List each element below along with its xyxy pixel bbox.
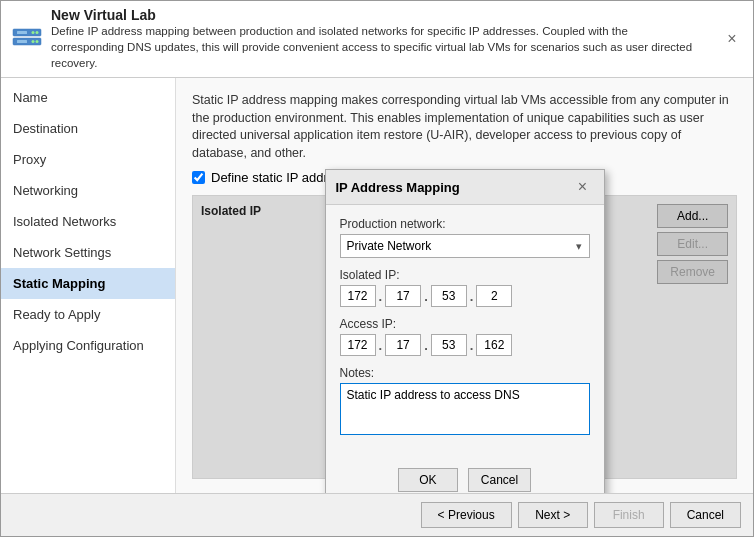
sidebar-item-static-mapping[interactable]: Static Mapping [1, 268, 175, 299]
sidebar-item-applying-configuration[interactable]: Applying Configuration [1, 330, 175, 361]
main-window: New Virtual Lab Define IP address mappin… [0, 0, 754, 537]
ip-dot-1: . [378, 289, 384, 304]
isolated-ip-row: . . . [340, 285, 590, 307]
isolated-ip-seg4[interactable] [476, 285, 512, 307]
ip-dot-5: . [423, 338, 429, 353]
finish-button[interactable]: Finish [594, 502, 664, 528]
ip-dot-6: . [469, 338, 475, 353]
production-network-label: Production network: [340, 217, 590, 231]
footer: < Previous Next > Finish Cancel [1, 493, 753, 536]
isolated-ip-seg1[interactable] [340, 285, 376, 307]
dialog-body: Production network: Private Network Isol… [326, 205, 604, 460]
production-network-field: Production network: Private Network [340, 217, 590, 258]
window-close-button[interactable]: × [721, 28, 743, 50]
access-ip-seg3[interactable] [431, 334, 467, 356]
isolated-ip-seg3[interactable] [431, 285, 467, 307]
main-content: Static IP address mapping makes correspo… [176, 78, 753, 493]
app-icon [11, 23, 43, 55]
sidebar-item-proxy[interactable]: Proxy [1, 144, 175, 175]
sidebar-item-ready-to-apply[interactable]: Ready to Apply [1, 299, 175, 330]
sidebar-item-destination[interactable]: Destination [1, 113, 175, 144]
dialog-close-button[interactable]: × [572, 176, 594, 198]
svg-point-3 [32, 31, 35, 34]
isolated-ip-label: Isolated IP: [340, 268, 590, 282]
cancel-button[interactable]: Cancel [670, 502, 741, 528]
svg-rect-7 [17, 40, 27, 43]
isolated-ip-field: Isolated IP: . . . [340, 268, 590, 307]
sidebar-item-name[interactable]: Name [1, 82, 175, 113]
notes-label: Notes: [340, 366, 590, 380]
access-ip-row: . . . [340, 334, 590, 356]
access-ip-seg2[interactable] [385, 334, 421, 356]
ip-dot-2: . [423, 289, 429, 304]
dialog-ok-button[interactable]: OK [398, 468, 458, 492]
svg-point-5 [32, 40, 35, 43]
svg-rect-6 [17, 31, 27, 34]
sidebar: Name Destination Proxy Networking Isolat… [1, 78, 176, 493]
main-description: Static IP address mapping makes correspo… [192, 92, 737, 162]
notes-field: Notes: Static IP address to access DNS [340, 366, 590, 438]
ip-dot-3: . [469, 289, 475, 304]
access-ip-field: Access IP: . . . [340, 317, 590, 356]
svg-point-2 [36, 31, 39, 34]
production-network-select-wrapper: Private Network [340, 234, 590, 258]
access-ip-label: Access IP: [340, 317, 590, 331]
define-static-mapping-checkbox[interactable] [192, 171, 205, 184]
title-bar-left: New Virtual Lab Define IP address mappin… [11, 7, 701, 71]
ip-address-mapping-dialog: IP Address Mapping × Production network:… [325, 169, 605, 493]
dialog-footer: OK Cancel [326, 460, 604, 493]
content-area: Isolated IP Add... Edit... Remove IP Add… [192, 195, 737, 479]
title-bar: New Virtual Lab Define IP address mappin… [1, 1, 753, 78]
title-text: New Virtual Lab Define IP address mappin… [51, 7, 701, 71]
sidebar-item-isolated-networks[interactable]: Isolated Networks [1, 206, 175, 237]
previous-button[interactable]: < Previous [421, 502, 512, 528]
header-description: Define IP address mapping between produc… [51, 23, 701, 71]
sidebar-item-networking[interactable]: Networking [1, 175, 175, 206]
dialog-cancel-button[interactable]: Cancel [468, 468, 531, 492]
isolated-ip-seg2[interactable] [385, 285, 421, 307]
dialog-overlay: IP Address Mapping × Production network:… [193, 196, 736, 478]
sidebar-item-network-settings[interactable]: Network Settings [1, 237, 175, 268]
svg-point-4 [36, 40, 39, 43]
next-button[interactable]: Next > [518, 502, 588, 528]
window-title: New Virtual Lab [51, 7, 701, 23]
body: Name Destination Proxy Networking Isolat… [1, 78, 753, 493]
ip-dot-4: . [378, 338, 384, 353]
dialog-title-bar: IP Address Mapping × [326, 170, 604, 205]
access-ip-seg1[interactable] [340, 334, 376, 356]
dialog-title: IP Address Mapping [336, 180, 460, 195]
production-network-select[interactable]: Private Network [340, 234, 590, 258]
notes-textarea[interactable]: Static IP address to access DNS [340, 383, 590, 435]
access-ip-seg4[interactable] [476, 334, 512, 356]
